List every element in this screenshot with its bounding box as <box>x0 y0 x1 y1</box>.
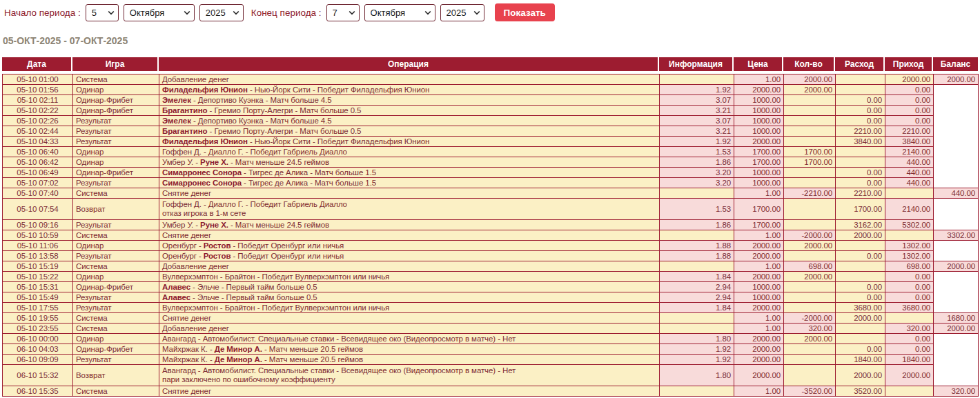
cell-operation: Гоффен Д. - Диалло Г. - Победит Габриель… <box>159 199 660 220</box>
cell-expense: 0.00 <box>836 178 885 188</box>
cell-qty <box>784 220 836 230</box>
cell-date: 05-10 13:58 <box>3 251 73 261</box>
cell-game: Система <box>73 74 159 85</box>
cell-income: 1302.00 <box>885 241 934 251</box>
cell-operation: Майхржак К. - Де Минор А. - Матч меньше … <box>159 355 660 365</box>
cell-operation: Умбер У. - Руне Х. - Матч меньше 24.5 ге… <box>159 157 660 168</box>
cell-date: 05-10 19:55 <box>3 313 73 324</box>
cell-qty <box>784 199 836 220</box>
cell-info <box>660 74 734 85</box>
cell-info: 1.80 <box>660 365 734 386</box>
cell-qty: 2000.00 <box>784 74 836 85</box>
cell-income <box>885 313 934 324</box>
cell-qty: 2000.00 <box>784 272 836 282</box>
cell-operation: Брагантино - Гремио Порту-Алегри - Матч … <box>159 106 660 116</box>
cell-info: 2.94 <box>660 292 734 303</box>
cell-info: 3.21 <box>660 126 734 137</box>
cell-qty <box>784 355 836 365</box>
cell-operation: Филадельфия Юнион - Нью-Йорк Сити - Побе… <box>159 137 660 147</box>
start-year-select[interactable]: 2025 <box>199 4 244 21</box>
cell-info <box>660 261 734 272</box>
cell-date: 06-10 15:32 <box>3 365 73 386</box>
cell-balance <box>934 199 979 220</box>
cell-qty <box>784 106 836 116</box>
cell-date: 06-10 04:03 <box>3 344 73 355</box>
cell-game: Результат <box>73 178 159 188</box>
cell-qty: 1700.00 <box>784 147 836 157</box>
cell-operation: Алавес - Эльче - Первый тайм больше 0.5 <box>159 292 660 303</box>
cell-expense: 1700.00 <box>836 199 885 220</box>
end-month-select[interactable]: Октября <box>364 4 435 21</box>
table-row: 05-10 07:40СистемаСнятие денег1.00-2210.… <box>3 188 979 199</box>
end-year-select[interactable]: 2025 <box>440 4 484 21</box>
cell-price: 1700.00 <box>734 199 784 220</box>
cell-expense: 1840.00 <box>836 355 885 365</box>
cell-date: 05-10 15:19 <box>3 261 73 272</box>
cell-expense: 0.00 <box>836 344 885 355</box>
cell-info: 1.53 <box>660 199 734 220</box>
cell-income: 2000.00 <box>885 74 934 85</box>
cell-expense: 2000.00 <box>836 230 885 241</box>
cell-balance: 2000.00 <box>934 324 979 334</box>
cell-expense <box>836 334 885 344</box>
table-row: 06-10 09:09РезультатМайхржак К. - Де Мин… <box>3 355 979 365</box>
cell-expense: 0.00 <box>836 116 885 126</box>
cell-balance: 320.00 <box>934 386 979 397</box>
cell-date: 05-10 15:31 <box>3 282 73 292</box>
table-row: 05-10 15:31Одинар-ФрибетАлавес - Эльче -… <box>3 282 979 292</box>
cell-qty <box>784 126 836 137</box>
cell-income: 440.00 <box>885 168 934 178</box>
start-month-select[interactable]: Октября <box>124 4 195 21</box>
table-row: 05-10 15:22ОдинарВулверхэмптон - Брайтон… <box>3 272 979 282</box>
cell-info: 1.92 <box>660 85 734 95</box>
cell-price: 2000.00 <box>734 344 784 355</box>
cell-balance <box>934 106 979 116</box>
header-cell-3: Информация <box>659 57 734 71</box>
cell-qty <box>784 292 836 303</box>
cell-info: 3.20 <box>660 178 734 188</box>
cell-game: Одинар <box>73 85 159 95</box>
table-row: 05-10 15:19СистемаДобавление денег1.0069… <box>3 261 979 272</box>
cell-info <box>660 313 734 324</box>
cell-income: 1302.00 <box>885 251 934 261</box>
cell-income: 698.00 <box>885 261 934 272</box>
end-day-select[interactable]: 7 <box>326 4 360 21</box>
cell-qty <box>784 251 836 261</box>
cell-operation: Вулверхэмптон - Брайтон - Победит Вулвер… <box>159 272 660 282</box>
cell-game: Одинар-Фрибет <box>73 168 159 178</box>
start-day-select[interactable]: 5 <box>86 4 119 21</box>
cell-date: 06-10 15:35 <box>3 386 73 397</box>
show-button[interactable]: Показать <box>495 3 555 21</box>
cell-game: Результат <box>73 137 159 147</box>
cell-info: 1.53 <box>660 147 734 157</box>
table-row: 05-10 13:58РезультатОренбург - Ростов - … <box>3 251 979 261</box>
cell-operation: Снятие денег <box>159 313 660 324</box>
cell-expense <box>836 261 885 272</box>
cell-game: Система <box>73 324 159 334</box>
table-row: 05-10 06:49Одинар-ФрибетСимарронес Сонор… <box>3 168 979 178</box>
cell-date: 05-10 02:26 <box>3 116 73 126</box>
cell-date: 05-10 01:56 <box>3 85 73 95</box>
cell-game: Одинар-Фрибет <box>73 282 159 292</box>
cell-price: 2000.00 <box>734 365 784 386</box>
cell-balance: 2000.00 <box>934 261 979 272</box>
cell-expense: 0.00 <box>836 282 885 292</box>
header-cell-7: Приход <box>885 57 933 71</box>
cell-income: 0.00 <box>885 272 934 282</box>
cell-price: 1700.00 <box>734 157 784 168</box>
cell-balance <box>934 126 979 137</box>
header-cell-8: Баланс <box>933 57 978 71</box>
table-row: 05-10 15:49РезультатАлавес - Эльче - Пер… <box>3 292 979 303</box>
cell-qty: -3520.00 <box>784 386 836 397</box>
cell-income: 1840.00 <box>885 355 934 365</box>
cell-game: Одинар <box>73 334 159 344</box>
cell-date: 05-10 06:40 <box>3 147 73 157</box>
cell-operation: Оренбург - Ростов - Победит Оренбург или… <box>159 251 660 261</box>
cell-date: 05-10 02:22 <box>3 106 73 116</box>
cell-price: 2000.00 <box>734 137 784 147</box>
cell-qty <box>784 303 836 313</box>
cell-qty: 2000.00 <box>784 334 836 344</box>
cell-income: 0.00 <box>885 95 934 106</box>
cell-balance <box>934 334 979 344</box>
cell-qty <box>784 95 836 106</box>
